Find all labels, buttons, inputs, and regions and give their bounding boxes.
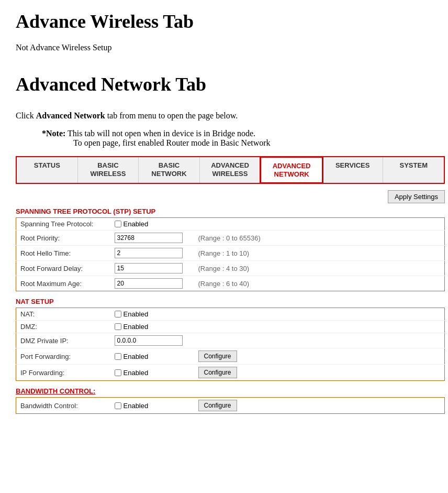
stp-table: Spanning Tree Protocol: Enabled Root Pri… xyxy=(16,217,445,291)
root-forward-input[interactable] xyxy=(115,263,183,273)
main-title: Advance Wireless Tab xyxy=(16,10,432,32)
dmz-extra xyxy=(194,321,445,333)
section-title: Advanced Network Tab xyxy=(16,73,432,95)
note-block: *Note: This tab will not open when in de… xyxy=(42,129,432,148)
stp-enabled-checkbox[interactable] xyxy=(115,221,121,227)
nav-item-advanced-network[interactable]: ADVANCEDNETWORK xyxy=(260,156,323,184)
dmz-label: DMZ: xyxy=(16,321,110,333)
main-subtitle: Not Advance Wireless Setup xyxy=(16,43,432,52)
port-forwarding-configure-button[interactable]: Configure xyxy=(198,350,237,362)
table-row: Root Priority: (Range : 0 to 65536) xyxy=(16,231,445,246)
bandwidth-enabled-label: Enabled xyxy=(115,402,190,410)
table-row: NAT: Enabled xyxy=(16,308,445,321)
nav-item-basic-network[interactable]: BASICNETWORK xyxy=(139,157,200,183)
root-hello-value xyxy=(110,246,194,261)
table-row: Root Forward Delay: (Range : 4 to 30) xyxy=(16,261,445,276)
root-priority-label: Root Priority: xyxy=(16,231,110,246)
apply-settings-button[interactable]: Apply Settings xyxy=(388,190,445,203)
stp-protocol-value: Enabled xyxy=(110,218,194,231)
stp-enabled-text: Enabled xyxy=(124,220,149,228)
root-forward-range: (Range : 4 to 30) xyxy=(194,261,445,276)
note-text1: This tab will not open when in device is… xyxy=(68,129,255,138)
description: Click Advanced Network tab from menu to … xyxy=(16,111,432,120)
bandwidth-enabled-text: Enabled xyxy=(124,402,149,410)
table-row: Spanning Tree Protocol: Enabled xyxy=(16,218,445,231)
nat-table: NAT: Enabled DMZ: Enabled DMZ Private IP… xyxy=(16,308,445,381)
nat-label: NAT: xyxy=(16,308,110,321)
nav-item-advanced-wireless[interactable]: ADVANCEDWIRELESS xyxy=(200,157,261,183)
root-hello-input[interactable] xyxy=(115,248,183,258)
stp-enabled-label: Enabled xyxy=(115,220,190,228)
bandwidth-control-label: Bandwidth Control: xyxy=(16,398,110,414)
bandwidth-header: BANDWIDTH CONTROL: xyxy=(16,387,445,395)
stp-range xyxy=(194,218,445,231)
ip-forwarding-enabled-label: Enabled xyxy=(115,369,190,377)
dmz-private-ip-extra xyxy=(194,333,445,348)
port-forwarding-enabled-text: Enabled xyxy=(124,353,149,360)
note-line1: *Note: This tab will not open when in de… xyxy=(42,129,432,138)
port-forwarding-extra: Configure xyxy=(194,348,445,365)
nat-enabled-label: Enabled xyxy=(115,310,190,318)
nat-value: Enabled xyxy=(110,308,194,321)
root-max-age-range: (Range : 6 to 40) xyxy=(194,276,445,291)
root-priority-range: (Range : 0 to 65536) xyxy=(194,231,445,246)
ip-forwarding-label: IP Forwarding: xyxy=(16,365,110,381)
nav-item-services[interactable]: SERVICES xyxy=(322,157,384,183)
port-forwarding-label: Port Forwarding: xyxy=(16,348,110,365)
dmz-enabled-label: Enabled xyxy=(115,323,190,331)
bandwidth-enabled-checkbox[interactable] xyxy=(115,402,121,409)
nav-item-system[interactable]: SYSTEM xyxy=(383,157,444,183)
root-max-age-value xyxy=(110,276,194,291)
table-row: Port Forwarding: Enabled Configure xyxy=(16,348,445,365)
port-forwarding-checkbox[interactable] xyxy=(115,353,121,360)
nav-item-status[interactable]: STATUS xyxy=(17,157,78,183)
stp-header: SPANNING TREE PROTOCOL (STP) SETUP xyxy=(16,207,445,215)
root-hello-range: (Range : 1 to 10) xyxy=(194,246,445,261)
ip-forwarding-checkbox[interactable] xyxy=(115,369,121,376)
root-priority-input[interactable] xyxy=(115,233,183,243)
table-row: Root Maximum Age: (Range : 6 to 40) xyxy=(16,276,445,291)
root-max-age-input[interactable] xyxy=(115,278,183,289)
apply-row: Apply Settings xyxy=(16,190,445,203)
bandwidth-control-value: Enabled xyxy=(110,398,194,414)
nav-bar: STATUS BASICWIRELESS BASICNETWORK ADVANC… xyxy=(16,156,445,184)
nat-enabled-text: Enabled xyxy=(124,310,149,318)
dmz-private-ip-value xyxy=(110,333,194,348)
root-priority-value xyxy=(110,231,194,246)
root-forward-label: Root Forward Delay: xyxy=(16,261,110,276)
root-max-age-label: Root Maximum Age: xyxy=(16,276,110,291)
note-line2: To open page, first enabled Router mode … xyxy=(73,138,432,148)
table-row: DMZ: Enabled xyxy=(16,321,445,333)
ip-forwarding-configure-button[interactable]: Configure xyxy=(198,367,237,378)
ip-forwarding-value: Enabled xyxy=(110,365,194,381)
bandwidth-header-text: BANDWIDTH CONTROL: xyxy=(16,387,95,395)
dmz-private-ip-label: DMZ Private IP: xyxy=(16,333,110,348)
stp-protocol-label: Spanning Tree Protocol: xyxy=(16,218,110,231)
bandwidth-table: Bandwidth Control: Enabled Configure xyxy=(16,397,445,414)
dmz-value: Enabled xyxy=(110,321,194,333)
table-row: Bandwidth Control: Enabled Configure xyxy=(16,398,445,414)
table-row: IP Forwarding: Enabled Configure xyxy=(16,365,445,381)
note-label: *Note: xyxy=(42,129,65,138)
ip-forwarding-extra: Configure xyxy=(194,365,445,381)
root-hello-label: Root Hello Time: xyxy=(16,246,110,261)
table-row: Root Hello Time: (Range : 1 to 10) xyxy=(16,246,445,261)
table-row: DMZ Private IP: xyxy=(16,333,445,348)
desc-prefix: Click xyxy=(16,111,36,120)
port-forwarding-value: Enabled xyxy=(110,348,194,365)
ip-forwarding-enabled-text: Enabled xyxy=(124,369,149,377)
bandwidth-extra: Configure xyxy=(194,398,445,414)
desc-suffix: tab from menu to open the page below. xyxy=(105,111,238,120)
dmz-enabled-checkbox[interactable] xyxy=(115,323,121,330)
nat-header: NAT SETUP xyxy=(16,298,445,305)
desc-bold: Advanced Network xyxy=(36,111,105,120)
content-area: SPANNING TREE PROTOCOL (STP) SETUP Spann… xyxy=(16,207,445,414)
dmz-private-ip-input[interactable] xyxy=(115,335,183,346)
bandwidth-configure-button[interactable]: Configure xyxy=(198,400,237,411)
nav-item-basic-wireless[interactable]: BASICWIRELESS xyxy=(78,157,139,183)
nat-extra xyxy=(194,308,445,321)
port-forwarding-enabled-label: Enabled xyxy=(115,353,190,360)
nat-enabled-checkbox[interactable] xyxy=(115,311,121,317)
root-forward-value xyxy=(110,261,194,276)
dmz-enabled-text: Enabled xyxy=(124,323,149,331)
